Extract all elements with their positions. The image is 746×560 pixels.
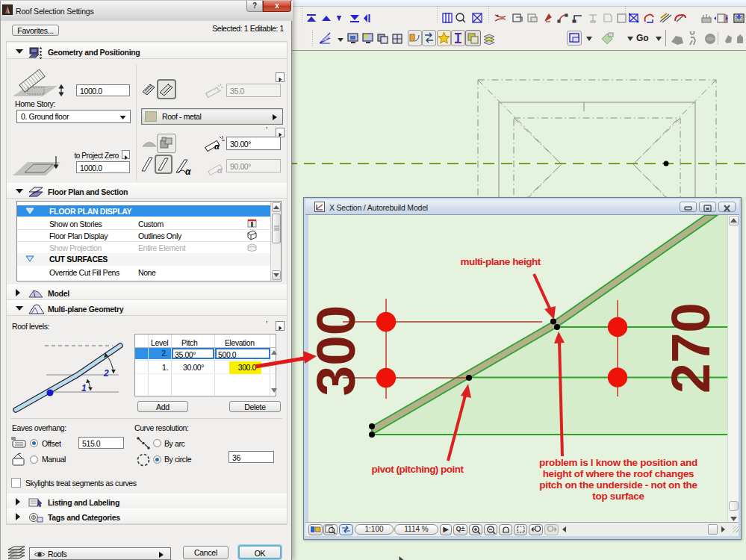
svg-text:300: 300 — [308, 305, 366, 396]
svg-text:pivot (pitching) point: pivot (pitching) point — [371, 464, 464, 475]
svg-text:multi-plane height: multi-plane height — [460, 256, 541, 267]
svg-text:α: α — [185, 167, 191, 175]
svg-text:top surface: top surface — [592, 491, 644, 502]
svg-text:pitch on the underside - not o: pitch on the underside - not on the — [539, 479, 697, 491]
svg-text:2: 2 — [103, 368, 109, 379]
svg-text:1: 1 — [81, 383, 87, 393]
svg-text:270: 270 — [660, 302, 721, 393]
svg-text:α: α — [217, 166, 223, 175]
svg-text:α: α — [214, 142, 220, 151]
svg-text:problem is I know the position: problem is I know the position and — [539, 457, 697, 468]
svg-text:height of where the roof chang: height of where the roof changes — [543, 468, 694, 479]
